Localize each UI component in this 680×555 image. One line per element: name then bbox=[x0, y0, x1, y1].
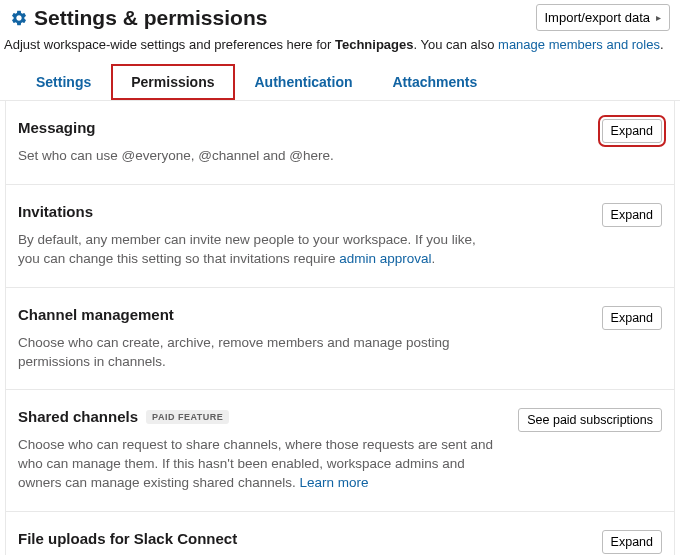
section-title-channel-mgmt: Channel management bbox=[18, 306, 174, 323]
tab-settings[interactable]: Settings bbox=[16, 64, 111, 100]
tab-permissions[interactable]: Permissions bbox=[111, 64, 234, 100]
invitations-desc-after: . bbox=[432, 251, 436, 266]
subheader-text: Adjust workspace-wide settings and prefe… bbox=[0, 31, 680, 64]
caret-right-icon: ▸ bbox=[656, 12, 661, 23]
tab-authentication[interactable]: Authentication bbox=[235, 64, 373, 100]
shared-channels-desc: Choose who can request to share channels… bbox=[18, 437, 493, 490]
expand-button-file-uploads[interactable]: Expand bbox=[602, 530, 662, 554]
gear-icon bbox=[10, 9, 28, 27]
see-paid-subscriptions-button[interactable]: See paid subscriptions bbox=[518, 408, 662, 432]
subheader-period: . bbox=[660, 37, 664, 52]
section-title-invitations: Invitations bbox=[18, 203, 93, 220]
section-file-uploads: File uploads for Slack Connect Expand Ch… bbox=[6, 512, 674, 555]
tab-attachments[interactable]: Attachments bbox=[373, 64, 498, 100]
page-header: Settings & permissions bbox=[10, 6, 267, 30]
section-title-file-uploads: File uploads for Slack Connect bbox=[18, 530, 237, 547]
subheader-after: . You can also bbox=[413, 37, 498, 52]
import-export-button[interactable]: Import/export data ▸ bbox=[536, 4, 671, 31]
tab-bar: Settings Permissions Authentication Atta… bbox=[0, 64, 680, 101]
workspace-name: Technipages bbox=[335, 37, 414, 52]
section-desc-channel-mgmt: Choose who can create, archive, remove m… bbox=[18, 334, 498, 372]
import-export-label: Import/export data bbox=[545, 10, 651, 25]
section-title-messaging: Messaging bbox=[18, 119, 96, 136]
paid-feature-badge: PAID FEATURE bbox=[146, 410, 229, 424]
expand-button-messaging[interactable]: Expand bbox=[602, 119, 662, 143]
section-desc-invitations: By default, any member can invite new pe… bbox=[18, 231, 498, 269]
section-desc-shared-channels: Choose who can request to share channels… bbox=[18, 436, 498, 493]
subheader-before: Adjust workspace-wide settings and prefe… bbox=[4, 37, 335, 52]
expand-button-channel-mgmt[interactable]: Expand bbox=[602, 306, 662, 330]
manage-members-link[interactable]: manage members and roles bbox=[498, 37, 660, 52]
section-channel-management: Channel management Expand Choose who can… bbox=[6, 288, 674, 391]
expand-button-invitations[interactable]: Expand bbox=[602, 203, 662, 227]
page-title: Settings & permissions bbox=[34, 6, 267, 30]
section-shared-channels: Shared channels PAID FEATURE See paid su… bbox=[6, 390, 674, 512]
section-messaging: Messaging Expand Set who can use @everyo… bbox=[6, 101, 674, 185]
admin-approval-link[interactable]: admin approval bbox=[339, 251, 431, 266]
section-invitations: Invitations Expand By default, any membe… bbox=[6, 185, 674, 288]
section-desc-messaging: Set who can use @everyone, @channel and … bbox=[18, 147, 498, 166]
section-title-shared-channels: Shared channels bbox=[18, 408, 138, 425]
learn-more-link-shared[interactable]: Learn more bbox=[299, 475, 368, 490]
